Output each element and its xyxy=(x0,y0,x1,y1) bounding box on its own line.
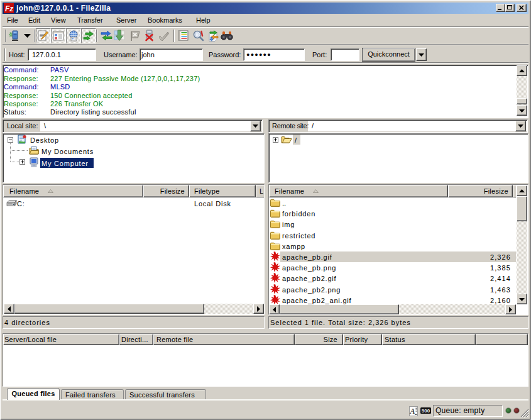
svg-text:Fz: Fz xyxy=(5,4,13,13)
svg-text:500: 500 xyxy=(422,408,430,414)
svg-text:A: A xyxy=(410,407,415,416)
